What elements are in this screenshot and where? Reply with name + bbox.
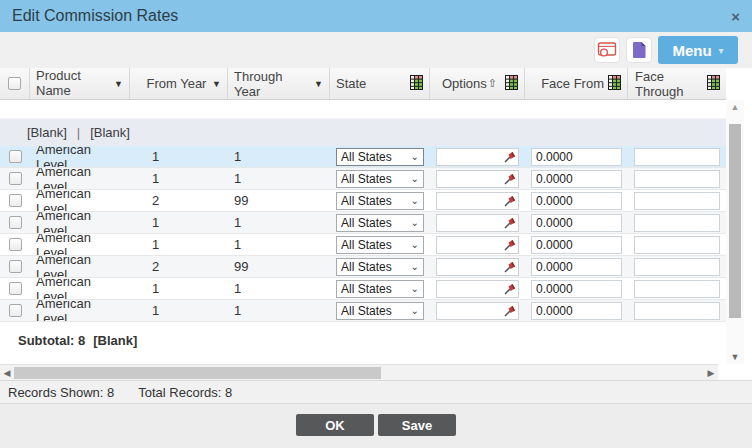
grid-lookup-button[interactable] bbox=[505, 75, 518, 93]
face-through-input[interactable] bbox=[634, 148, 720, 166]
ok-button[interactable]: OK bbox=[296, 414, 374, 436]
row-checkbox[interactable] bbox=[9, 304, 22, 317]
column-header-options[interactable]: Options⇧ bbox=[430, 68, 525, 99]
state-select-value: All States bbox=[341, 172, 392, 186]
subtotal-blank: [Blank] bbox=[93, 333, 137, 348]
state-select[interactable]: All States ⌄ bbox=[336, 236, 424, 254]
chevron-down-icon: ⌄ bbox=[411, 221, 419, 225]
state-select[interactable]: All States ⌄ bbox=[336, 214, 424, 232]
options-input[interactable] bbox=[436, 302, 519, 320]
from-year-value: 1 bbox=[152, 237, 159, 252]
save-button[interactable]: Save bbox=[378, 414, 456, 436]
footer: OK Save bbox=[0, 404, 752, 448]
options-input[interactable] bbox=[436, 170, 519, 188]
options-input[interactable] bbox=[436, 214, 519, 232]
face-through-input[interactable] bbox=[634, 280, 720, 298]
options-input[interactable] bbox=[436, 280, 519, 298]
filter-icon[interactable]: ▼ bbox=[314, 79, 323, 89]
face-from-input[interactable]: 0.0000 bbox=[531, 214, 622, 232]
pin-icon bbox=[504, 239, 516, 251]
scroll-up-icon[interactable]: ▲ bbox=[731, 100, 740, 114]
row-checkbox[interactable] bbox=[9, 216, 22, 229]
through-year-value: 1 bbox=[234, 171, 241, 186]
face-from-input[interactable]: 0.0000 bbox=[531, 280, 622, 298]
face-from-input[interactable]: 0.0000 bbox=[531, 148, 622, 166]
state-select-value: All States bbox=[341, 304, 392, 318]
face-from-input[interactable]: 0.0000 bbox=[531, 302, 622, 320]
face-through-input[interactable] bbox=[634, 302, 720, 320]
row-checkbox[interactable] bbox=[9, 238, 22, 251]
state-select[interactable]: All States ⌄ bbox=[336, 258, 424, 276]
vertical-scrollbar[interactable]: ▲ ▼ bbox=[726, 100, 744, 364]
filter-icon[interactable]: ▼ bbox=[212, 79, 221, 89]
title-bar: Edit Commission Rates × bbox=[0, 0, 752, 32]
select-all-checkbox[interactable] bbox=[8, 77, 21, 90]
pin-icon bbox=[504, 195, 516, 207]
column-header-state[interactable]: State bbox=[330, 68, 430, 99]
grid-lookup-button[interactable] bbox=[608, 75, 621, 93]
face-from-input[interactable]: 0.0000 bbox=[531, 258, 622, 276]
row-checkbox[interactable] bbox=[9, 194, 22, 207]
chevron-down-icon: ⌄ bbox=[411, 199, 419, 203]
options-input[interactable] bbox=[436, 236, 519, 254]
scroll-right-icon[interactable]: ▶ bbox=[704, 368, 718, 378]
column-header-from-year[interactable]: From Year ▼ bbox=[130, 68, 228, 99]
state-select[interactable]: All States ⌄ bbox=[336, 148, 424, 166]
grid-lookup-button[interactable] bbox=[410, 75, 423, 93]
face-from-input[interactable]: 0.0000 bbox=[531, 170, 622, 188]
close-icon[interactable]: × bbox=[731, 9, 740, 24]
state-select-value: All States bbox=[341, 282, 392, 296]
options-input[interactable] bbox=[436, 192, 519, 210]
face-through-input[interactable] bbox=[634, 258, 720, 276]
pin-icon bbox=[504, 305, 516, 317]
from-year-value: 1 bbox=[152, 149, 159, 164]
filter-icon[interactable]: ▼ bbox=[114, 79, 123, 89]
state-select[interactable]: All States ⌄ bbox=[336, 302, 424, 320]
product-name-value: American Level bbox=[36, 300, 124, 321]
face-through-input[interactable] bbox=[634, 214, 720, 232]
face-through-input[interactable] bbox=[634, 236, 720, 254]
row-checkbox[interactable] bbox=[9, 282, 22, 295]
grid-lookup-button[interactable] bbox=[707, 75, 720, 93]
face-through-input[interactable] bbox=[634, 192, 720, 210]
through-year-value: 1 bbox=[234, 215, 241, 230]
group-header-row[interactable]: [Blank] | [Blank] bbox=[0, 118, 726, 146]
menu-button[interactable]: Menu ▾ bbox=[658, 36, 738, 64]
vertical-scroll-thumb[interactable] bbox=[729, 124, 741, 318]
menu-caret-icon: ▾ bbox=[719, 45, 724, 56]
from-year-value: 2 bbox=[152, 259, 159, 274]
table-row: American Level 1 1 All States ⌄ 0.0000 bbox=[0, 212, 726, 234]
face-through-input[interactable] bbox=[634, 170, 720, 188]
horizontal-scroll-thumb[interactable] bbox=[14, 367, 381, 379]
grid-body: American Level 1 1 All States ⌄ 0.0000 A… bbox=[0, 146, 726, 322]
face-from-input[interactable]: 0.0000 bbox=[531, 192, 622, 210]
record-button[interactable] bbox=[594, 37, 620, 63]
state-select[interactable]: All States ⌄ bbox=[336, 170, 424, 188]
options-input[interactable] bbox=[436, 148, 519, 166]
column-header-product-name[interactable]: Product Name ▼ bbox=[30, 68, 130, 99]
column-label: Product Name bbox=[36, 69, 98, 99]
chevron-down-icon: ⌄ bbox=[411, 243, 419, 247]
state-select[interactable]: All States ⌄ bbox=[336, 192, 424, 210]
row-checkbox[interactable] bbox=[9, 260, 22, 273]
chevron-down-icon: ⌄ bbox=[411, 177, 419, 181]
product-name-value: American Level bbox=[36, 190, 124, 211]
horizontal-scrollbar[interactable]: ◀ ▶ bbox=[0, 364, 718, 380]
from-year-value: 1 bbox=[152, 215, 159, 230]
grid-icon bbox=[410, 75, 423, 90]
column-header-through-year[interactable]: Through Year ▼ bbox=[228, 68, 330, 99]
face-from-input[interactable]: 0.0000 bbox=[531, 236, 622, 254]
scroll-left-icon[interactable]: ◀ bbox=[0, 368, 14, 378]
chevron-down-icon: ⌄ bbox=[411, 265, 419, 269]
column-header-face-from[interactable]: Face From bbox=[525, 68, 628, 99]
row-checkbox[interactable] bbox=[9, 150, 22, 163]
subtotal-row: Subtotal: 8 [Blank] bbox=[0, 322, 726, 358]
state-select[interactable]: All States ⌄ bbox=[336, 280, 424, 298]
column-header-face-through[interactable]: Face Through bbox=[628, 68, 726, 99]
options-input[interactable] bbox=[436, 258, 519, 276]
state-select-value: All States bbox=[341, 260, 392, 274]
scroll-down-icon[interactable]: ▼ bbox=[731, 350, 740, 364]
pin-icon bbox=[504, 173, 516, 185]
document-button[interactable] bbox=[626, 37, 652, 63]
row-checkbox[interactable] bbox=[9, 172, 22, 185]
